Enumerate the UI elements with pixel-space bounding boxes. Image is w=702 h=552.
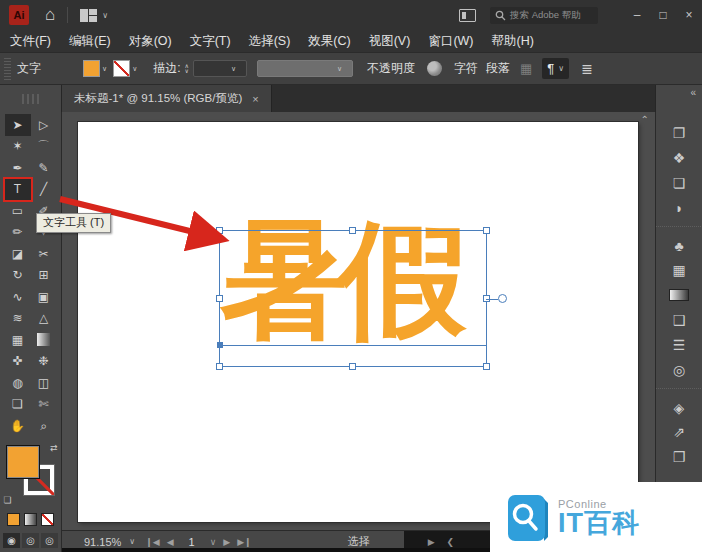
chevron-down-icon[interactable]: ∨ [129,537,135,546]
menu-item[interactable]: 帮助(H) [492,33,534,50]
fill-proxy-swatch[interactable] [6,445,40,479]
artboards-icon[interactable]: ❒ [656,444,702,469]
character-panel-link[interactable]: 字符 [454,60,478,77]
zoom-level[interactable]: 91.15% [84,536,121,548]
home-icon[interactable]: ⌂ [45,5,55,25]
first-artboard-icon[interactable]: ❙◀ [145,537,159,547]
gradient-tool[interactable] [31,329,57,351]
color-icon[interactable]: ❖ [656,145,702,170]
symbol-sprayer-tool[interactable]: ❉ [31,351,57,373]
menu-item[interactable]: 编辑(E) [69,33,111,50]
paragraph-align-button[interactable]: ¶ ∨ [542,58,569,79]
width-tool[interactable]: ∿ [5,286,31,308]
scrollbar-up-icon[interactable]: ⌃ [641,114,649,125]
side-handle-circle[interactable] [498,294,507,303]
arrange-documents-button[interactable]: ∨ [80,9,108,22]
stepper-down-icon[interactable]: ∨ [185,69,189,74]
default-colors-icon[interactable]: ❏ [4,495,12,505]
scissors-tool[interactable]: ✂ [31,243,57,265]
search-input[interactable]: 搜索 Adobe 帮助 [490,7,598,24]
selection-handle[interactable] [349,227,356,234]
menu-item[interactable]: 文件(F) [10,33,51,50]
stroke-icon[interactable]: ☰ [656,332,702,357]
draw-inside-button[interactable]: ◎ [41,533,58,548]
mesh-tool[interactable]: ▦ [5,329,31,351]
canvas[interactable]: ⌃ 暑假 [62,112,655,530]
direct-selection-tool[interactable]: ▷ [31,114,57,136]
appearance-icon[interactable]: ◗ [656,195,702,220]
play-icon[interactable]: ▶ [428,537,435,547]
rectangle-tool[interactable]: ▭ [5,200,31,222]
next-artboard-icon[interactable]: ▶ [223,537,230,547]
draw-behind-button[interactable]: ◎ [22,533,39,548]
selection-tool[interactable]: ➤ [5,114,31,136]
prev-artboard-icon[interactable]: ◀ [167,537,174,547]
slice-tool[interactable]: ✄ [31,394,57,416]
line-segment-tool[interactable]: ╱ [31,179,57,201]
none-button[interactable] [41,513,54,526]
tab-close-icon[interactable]: × [252,93,258,105]
selection-handle[interactable] [216,295,223,302]
eyedropper-tool[interactable]: ✜ [5,351,31,373]
menu-item[interactable]: 效果(C) [308,33,350,50]
collapse-panels-icon[interactable]: « [690,87,696,98]
gradient-button[interactable] [24,513,37,526]
stroke-color-swatch[interactable] [113,60,130,77]
menu-item[interactable]: 视图(V) [369,33,411,50]
stroke-weight-dropdown[interactable]: ∨ [193,60,247,77]
symbols-icon[interactable]: ♣ [656,226,702,257]
pen-tool[interactable]: ✒ [5,157,31,179]
eraser-tool[interactable]: ◪ [5,243,31,265]
transparency-icon[interactable]: ◎ [656,357,702,382]
document-tab[interactable]: 未标题-1* @ 91.15% (RGB/预览) × [62,85,272,112]
rotate-tool[interactable]: ↻ [5,265,31,287]
close-button[interactable]: × [676,4,702,26]
layers-icon[interactable]: ◈ [656,388,702,419]
stroke-weight-stepper[interactable]: ∧ ∨ [185,64,189,74]
back-icon[interactable]: ❮ [447,537,455,547]
menu-item[interactable]: 对象(O) [129,33,172,50]
panel-drag-handle[interactable] [4,58,11,80]
type-tool[interactable]: T [5,179,31,201]
hand-tool[interactable]: ✋ [5,415,31,437]
selection-handle[interactable] [483,363,490,370]
selection-handle[interactable] [216,227,223,234]
last-artboard-icon[interactable]: ▶❙ [237,537,251,547]
perspective-grid-tool[interactable]: △ [31,308,57,330]
fill-color-swatch[interactable] [83,60,100,77]
shape-builder-tool[interactable]: ▣ [31,286,57,308]
paragraph-panel-link[interactable]: 段落 [486,60,510,77]
color-button[interactable] [7,513,20,526]
chevron-down-icon[interactable]: ∨ [102,65,107,73]
selection-bounding-box[interactable] [219,230,487,367]
draw-normal-button[interactable]: ◉ [3,533,20,548]
menu-item[interactable]: 文字(T) [190,33,231,50]
selection-handle[interactable] [216,363,223,370]
baseline-handle[interactable] [217,342,223,348]
pathfinder-icon[interactable]: ❑ [656,307,702,332]
color-guide-icon[interactable]: ❏ [656,170,702,195]
curvature-tool[interactable]: ✎ [31,157,57,179]
libraries-icon[interactable]: ❐ [656,120,702,145]
selection-handle[interactable] [483,227,490,234]
zoom-tool[interactable]: ⌕ [31,415,57,437]
chevron-down-icon[interactable]: ∨ [132,65,137,73]
panel-menu-icon[interactable]: ≣ [581,61,593,77]
maximize-button[interactable]: □ [650,4,676,26]
warp-tool[interactable]: ≋ [5,308,31,330]
document-arrange-icon[interactable] [459,9,476,22]
free-transform-tool[interactable]: ⊞ [31,265,57,287]
selection-handle[interactable] [349,363,356,370]
artboard-tool[interactable]: ❏ [5,394,31,416]
opacity-label[interactable]: 不透明度 [367,60,415,77]
column-graph-tool[interactable]: ◫ [31,372,57,394]
swatches-icon[interactable]: ▦ [656,257,702,282]
gradient-icon[interactable] [656,282,702,307]
artboard-number[interactable]: 1 [181,536,203,548]
swap-fill-stroke-icon[interactable]: ⇄ [50,443,58,453]
blend-tool[interactable]: ◍ [5,372,31,394]
lasso-tool[interactable]: ⌒ [31,136,57,158]
minimize-button[interactable]: – [624,4,650,26]
menu-item[interactable]: 选择(S) [249,33,291,50]
export-icon[interactable]: ⇗ [656,419,702,444]
